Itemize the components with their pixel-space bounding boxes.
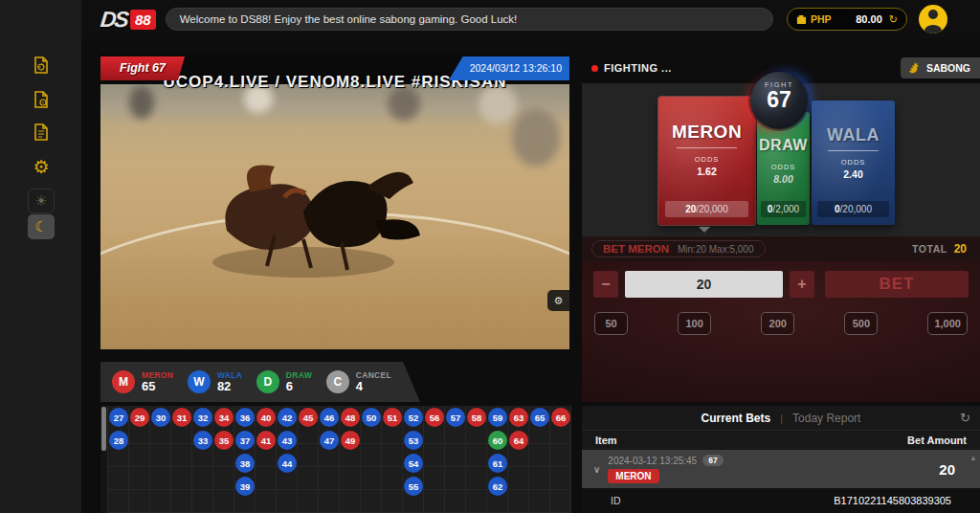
stat-draw: DDRAW6 <box>256 370 312 393</box>
meron-pool-max: /20,000 <box>696 204 727 214</box>
spectator-shape <box>512 109 560 167</box>
stat-cancel: CCANCEL4 <box>326 370 391 393</box>
stat-value: 4 <box>356 380 391 393</box>
wallet-pill[interactable]: PHP 80.00 ↻ <box>787 8 907 31</box>
bets-tabs: Current Bets | Today Report ↻ <box>582 406 980 431</box>
bets-refresh-icon[interactable]: ↻ <box>960 411 970 425</box>
topbar: DS 88 Welcome to DS88! Enjoy the best on… <box>81 0 980 38</box>
wala-odds-label: ODDS <box>812 158 895 167</box>
draw-bet-card[interactable]: DRAW ODDS 8.00 0/2,000 <box>757 112 810 225</box>
wala-bet-card[interactable]: WALA ODDS 2.40 0/20,000 <box>812 100 895 225</box>
fight-number-circle: FIGHT 67 <box>750 72 808 129</box>
fight-result-34: 34 <box>214 408 234 427</box>
reports-icon[interactable] <box>30 121 53 144</box>
meron-card-title: MERON <box>658 122 755 143</box>
fight-result-27: 27 <box>109 408 128 427</box>
draw-odds-label: ODDS <box>757 163 810 171</box>
fight-result-66: 66 <box>551 408 570 427</box>
fight-result-49: 49 <box>341 431 360 450</box>
big-road-grid: 2728293031323334353637383940414243444546… <box>107 406 571 513</box>
user-avatar[interactable] <box>919 5 947 33</box>
avatar-head-shape <box>928 10 938 19</box>
decrease-bet-button[interactable]: − <box>593 271 618 298</box>
fighting-roosters <box>160 140 428 293</box>
odds-cards-zone: MERON ODDS 1.62 20/20,000 DRAW ODDS 8.00… <box>582 83 980 236</box>
meron-bet-card[interactable]: MERON ODDS 1.62 20/20,000 <box>658 97 755 225</box>
left-sidebar: ⚙ ☀ ☾ <box>0 0 81 513</box>
fight-result-48: 48 <box>341 408 360 427</box>
fight-result-45: 45 <box>299 408 318 427</box>
fight-result-55: 55 <box>404 477 423 496</box>
quick-chip-100[interactable]: 100 <box>678 312 711 335</box>
fight-result-46: 46 <box>320 408 339 427</box>
quick-chip-500[interactable]: 500 <box>844 312 878 335</box>
wala-pool-max: /20,000 <box>840 204 872 214</box>
fight-result-41: 41 <box>256 431 276 450</box>
fight-result-62: 62 <box>488 477 507 496</box>
fight-result-38: 38 <box>235 454 255 473</box>
total-bet: TOTAL 20 <box>912 242 970 256</box>
draw-card-title: DRAW <box>757 137 810 154</box>
fight-result-40: 40 <box>256 408 276 427</box>
fight-result-36: 36 <box>235 408 255 427</box>
fight-result-51: 51 <box>383 408 402 427</box>
bet-row[interactable]: ∨ 2024-03-12 13:25:45 67 MERON 20 ▲ <box>582 450 980 488</box>
bet-info-row: BET MERON Min:20 Max:5,000 TOTAL 20 <box>582 236 980 261</box>
moon-icon[interactable]: ☾ <box>28 214 55 239</box>
avatar-bust-shape <box>924 25 942 33</box>
meron-odds-value: 1.62 <box>658 166 755 177</box>
cockpit-arena-scene <box>100 84 569 349</box>
quick-chip-50[interactable]: 50 <box>594 312 628 335</box>
fight-result-44: 44 <box>278 454 297 473</box>
quick-chip-200[interactable]: 200 <box>761 312 794 335</box>
fight-result-33: 33 <box>193 431 212 450</box>
daily-results-stats-bar: MMERON65WWALA82DDRAW6CCANCEL4 <box>100 362 420 402</box>
draw-odds-value: 8.00 <box>757 173 810 185</box>
meron-pool-current: 20 <box>685 204 696 214</box>
chevron-down-icon[interactable]: ∨ <box>593 464 600 475</box>
video-settings-button[interactable]: ⚙ <box>547 290 569 311</box>
increase-bet-button[interactable]: + <box>790 271 814 298</box>
bet-history-icon[interactable] <box>30 54 53 77</box>
quick-chip-1,000[interactable]: 1,000 <box>927 312 968 335</box>
bet-controls-zone: − 20 + BET 501002005001,000 <box>582 261 980 402</box>
wala-odds-value: 2.40 <box>812 168 895 180</box>
fight-result-59: 59 <box>488 408 507 427</box>
tab-today-report[interactable]: Today Report <box>792 412 860 425</box>
stat-circle-icon: M <box>112 370 135 393</box>
logo-88-text: 88 <box>130 10 156 30</box>
fight-result-29: 29 <box>130 408 149 427</box>
tab-current-bets[interactable]: Current Bets <box>702 412 771 425</box>
quick-bet-chips: 501002005001,000 <box>594 312 968 335</box>
fight-status-text: FIGHTING ... <box>604 62 672 74</box>
fight-result-50: 50 <box>362 408 381 427</box>
bet-detail-row: ID B1710221145803839305 <box>582 488 980 513</box>
grid-scrollbar-thumb[interactable] <box>101 407 106 451</box>
grid-scrollbar[interactable] <box>100 406 107 513</box>
selected-side-label: BET MERON <box>603 243 669 255</box>
live-video-player[interactable]: UCOP4.LIVE / VENOM8.LIVE #RISKISAN Fight… <box>100 53 569 349</box>
gear-icon[interactable]: ⚙ <box>30 155 53 178</box>
stat-circle-icon: C <box>326 370 349 393</box>
fight-result-54: 54 <box>404 454 423 473</box>
fight-result-28: 28 <box>109 431 128 450</box>
welcome-marquee: Welcome to DS88! Enjoy the best online s… <box>166 8 773 31</box>
fight-result-58: 58 <box>467 408 486 427</box>
column-bet-amount: Bet Amount <box>907 435 967 446</box>
fight-result-31: 31 <box>172 408 191 427</box>
bet-amount-input[interactable]: 20 <box>625 271 783 298</box>
scroll-up-icon[interactable]: ▲ <box>969 454 977 462</box>
sun-icon[interactable]: ☀ <box>28 189 55 213</box>
wallet-icon <box>796 14 807 25</box>
fight-result-35: 35 <box>214 431 234 450</box>
total-label: TOTAL <box>912 243 947 255</box>
wallet-refresh-icon[interactable]: ↻ <box>889 13 898 26</box>
transactions-icon[interactable] <box>30 88 53 111</box>
fight-result-61: 61 <box>488 454 507 473</box>
provider-badge[interactable]: SABONG <box>901 57 980 78</box>
betting-panel: FIGHTING ... SABONG MERON ODDS 1.62 20/2… <box>582 53 980 402</box>
stat-value: 6 <box>286 380 312 393</box>
ds88-logo[interactable]: DS 88 <box>100 7 156 33</box>
place-bet-button[interactable]: BET <box>825 271 969 298</box>
rooster-icon <box>908 61 922 75</box>
